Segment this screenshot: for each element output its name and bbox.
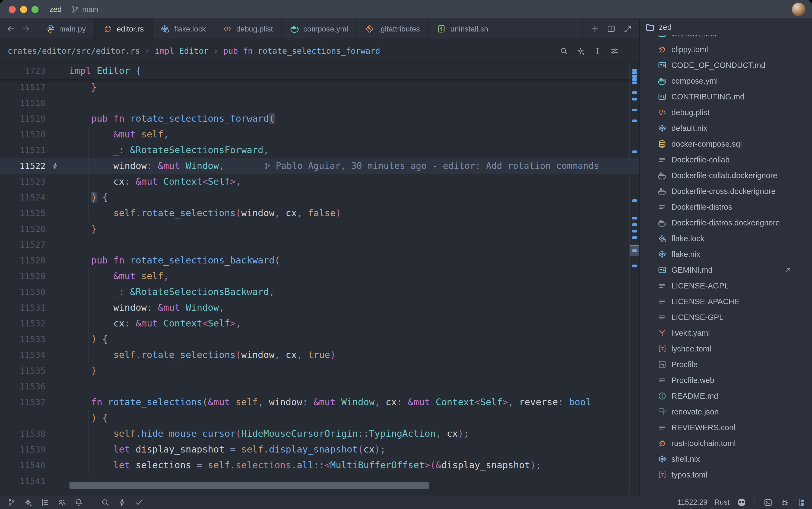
file-item-docker-compose.sql[interactable]: docker-compose.sql	[640, 136, 812, 152]
file-item-README.md[interactable]: README.md	[640, 388, 812, 404]
debugger-button[interactable]	[780, 497, 790, 507]
file-item-compose.yml[interactable]: compose.yml	[640, 73, 812, 89]
notifications-button[interactable]	[74, 497, 83, 507]
file-item-Procfile.web[interactable]: Procfile.web	[640, 372, 812, 388]
sliders-button[interactable]	[609, 45, 620, 56]
file-item-LICENSE-AGPL[interactable]: LICENSE-AGPL	[640, 278, 812, 294]
file-item-livekit.yaml[interactable]: livekit.yaml	[640, 325, 812, 341]
tab-flake.lock[interactable]: flake.lock	[152, 19, 215, 39]
tab-.gitattributes[interactable]: .gitattributes	[357, 19, 429, 39]
code-line-11532[interactable]: 11532 cx: &mut Context<Self>,	[0, 316, 639, 331]
code-line-11518[interactable]: 11518	[0, 95, 639, 111]
tab-debug.plist[interactable]: debug.plist	[214, 19, 282, 39]
code-editor[interactable]: 1723 impl Editor { 11517 }1151811519 pub…	[0, 63, 639, 495]
tab-label: main.py	[59, 25, 86, 33]
code-line-11533[interactable]: 11533 ) {	[0, 331, 639, 347]
search-button[interactable]	[558, 45, 569, 56]
code-line-11525[interactable]: 11525 self.rotate_selections(window, cx,…	[0, 205, 639, 221]
project-panel-button[interactable]	[797, 497, 807, 507]
code-line-11534[interactable]: 11534 self.rotate_selections(window, cx,…	[0, 347, 639, 363]
close-window-button[interactable]	[9, 6, 16, 13]
cursor-position[interactable]: 11522:29	[677, 498, 707, 506]
sparkles-button[interactable]	[23, 497, 33, 507]
zoom-window-button[interactable]	[32, 6, 39, 13]
code-text: ) {	[69, 410, 639, 426]
file-item-default.nix[interactable]: default.nix	[640, 120, 812, 136]
file-item-Dockerfile-cross.dockerignore[interactable]: Dockerfile-cross.dockerignore	[640, 183, 812, 199]
code-line-11524[interactable]: 11524 ) {	[0, 190, 639, 205]
file-item-renovate.json[interactable]: renovate.json	[640, 404, 812, 420]
file-item-typos.toml[interactable]: typos.toml	[640, 467, 812, 483]
git-branch-selector[interactable]: main	[70, 5, 98, 14]
file-item-shell.nix[interactable]: shell.nix	[640, 451, 812, 467]
horizontal-scrollbar-thumb[interactable]	[70, 482, 429, 489]
code-line-11535[interactable]: 11535 }	[0, 363, 639, 379]
ibeam-button[interactable]	[592, 45, 603, 56]
navigate-back-button[interactable]	[4, 22, 17, 35]
file-item-Dockerfile-collab.dockerignore[interactable]: Dockerfile-collab.dockerignore	[640, 168, 812, 183]
expand-button[interactable]	[621, 22, 634, 35]
outline-button[interactable]	[40, 497, 50, 507]
sticky-context-line[interactable]: 1723 impl Editor {	[0, 63, 639, 79]
code-line-11523[interactable]: 11523 cx: &mut Context<Self>,	[0, 174, 639, 190]
code-line-11526[interactable]: 11526 }	[0, 221, 639, 237]
code-line-11529[interactable]: 11529 &mut self,	[0, 268, 639, 284]
git-branch-button[interactable]	[6, 497, 16, 507]
code-line-11531[interactable]: 11531 window: &mut Window,	[0, 300, 639, 316]
code-line-11519[interactable]: 11519 pub fn rotate_selections_forward(	[0, 111, 639, 127]
code-line-11522[interactable]: 11522 window: &mut Window,Pablo Aguiar, …	[0, 158, 639, 174]
file-item-Dockerfile-collab[interactable]: Dockerfile-collab	[640, 152, 812, 168]
navigate-forward-button[interactable]	[20, 22, 33, 35]
breadcrumb[interactable]: crates/editor/src/editor.rs › impl Edito…	[8, 46, 380, 56]
search-button[interactable]	[101, 497, 110, 507]
file-item-Dockerfile-distros[interactable]: Dockerfile-distros	[640, 199, 812, 215]
new-tab-button[interactable]	[588, 22, 601, 35]
inline-git-blame[interactable]: Pablo Aguiar, 30 minutes ago - editor: A…	[264, 158, 599, 174]
file-item-flake.lock[interactable]: flake.lock	[640, 231, 812, 246]
tab-compose.yml[interactable]: compose.yml	[282, 19, 357, 39]
copilot-button[interactable]	[737, 497, 746, 507]
collaboration-button[interactable]	[57, 497, 67, 507]
language-selector[interactable]: Rust	[714, 498, 730, 506]
diagnostics-button[interactable]	[117, 497, 127, 507]
project-root[interactable]: zed	[640, 19, 812, 35]
tab-uninstall.sh[interactable]: $uninstall.sh	[429, 19, 497, 39]
code-line-11540[interactable]: 11540 let selections = self.selections.a…	[0, 457, 639, 473]
code-line-11538[interactable]: 11538 self.hide_mouse_cursor(HideMouseCu…	[0, 426, 639, 442]
code-line-11517[interactable]: 11517 }	[0, 79, 639, 95]
file-item-REVIEWERS.conl[interactable]: REVIEWERS.conl	[640, 420, 812, 435]
file-item-LICENSE-APACHE[interactable]: LICENSE-APACHE	[640, 294, 812, 309]
file-item-Procfile[interactable]: Procfile	[640, 357, 812, 372]
file-item-rust-toolchain.toml[interactable]: rust-toolchain.toml	[640, 435, 812, 451]
file-item-clippy.toml[interactable]: clippy.toml	[640, 41, 812, 57]
file-item-GEMINI.md[interactable]: GEMINI.md	[640, 262, 812, 278]
split-pane-button[interactable]	[605, 22, 618, 35]
code-line-11521[interactable]: 11521 _: &RotateSelectionsForward,	[0, 142, 639, 158]
file-item-lychee.toml[interactable]: lychee.toml	[640, 341, 812, 357]
code-line-11537[interactable]: 11537 fn rotate_selections(&mut self, wi…	[0, 395, 639, 410]
sparkles-button[interactable]	[575, 45, 586, 56]
code-line-11536[interactable]: 11536	[0, 379, 639, 395]
code-line-11527[interactable]: 11527	[0, 237, 639, 252]
code-line-11539[interactable]: 11539 let display_snapshot = self.displa…	[0, 442, 639, 457]
terminal-button[interactable]	[763, 497, 773, 507]
vertical-scrollbar-thumb[interactable]	[630, 245, 639, 256]
code-icon	[657, 108, 667, 117]
code-action-icon[interactable]	[50, 161, 60, 171]
code-line-11520[interactable]: 11520 &mut self,	[0, 127, 639, 142]
code-line-wrap[interactable]: ) {	[0, 410, 639, 426]
file-item-CODE_OF_CONDUCT.md[interactable]: CODE_OF_CONDUCT.md	[640, 57, 812, 73]
tab-main.py[interactable]: main.py	[37, 19, 95, 39]
file-item-debug.plist[interactable]: debug.plist	[640, 105, 812, 120]
file-item-Dockerfile-distros.dockerignore[interactable]: Dockerfile-distros.dockerignore	[640, 215, 812, 231]
tasks-button[interactable]	[134, 497, 144, 507]
code-line-11530[interactable]: 11530 _: &RotateSelectionsBackward,	[0, 284, 639, 300]
file-item-flake.nix[interactable]: flake.nix	[640, 246, 812, 262]
tab-editor.rs[interactable]: editor.rs	[95, 19, 152, 39]
minimize-window-button[interactable]	[20, 6, 27, 13]
file-item-LICENSE-GPL[interactable]: LICENSE-GPL	[640, 309, 812, 325]
file-item-CONTRIBUTING.md[interactable]: CONTRIBUTING.md	[640, 89, 812, 105]
vertical-scrollbar[interactable]	[629, 63, 639, 495]
avatar[interactable]	[792, 2, 806, 16]
code-line-11528[interactable]: 11528 pub fn rotate_selections_backward(	[0, 252, 639, 268]
